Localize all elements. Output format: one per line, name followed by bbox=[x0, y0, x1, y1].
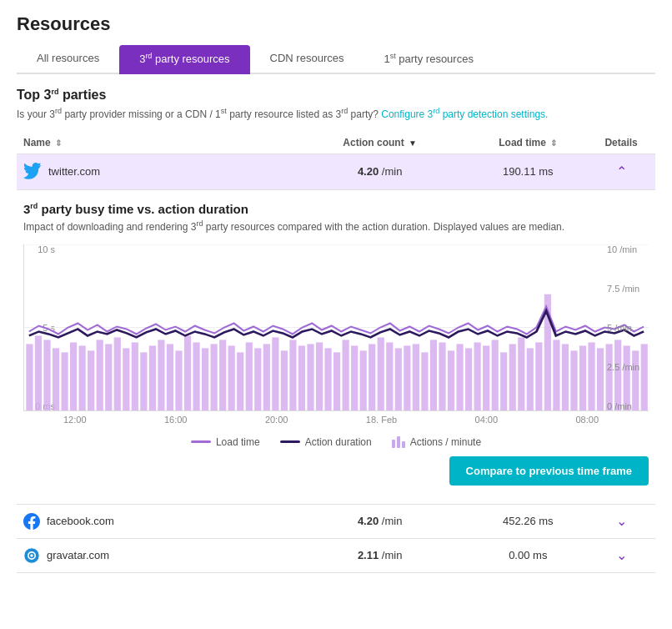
svg-rect-65 bbox=[570, 350, 577, 410]
svg-rect-10 bbox=[88, 350, 94, 410]
table-row: facebook.com 4.20 /min 452.26 ms ⌄ bbox=[17, 505, 655, 539]
svg-rect-28 bbox=[246, 342, 253, 410]
chart-title: 3rd party busy time vs. action duration bbox=[23, 202, 649, 216]
svg-rect-43 bbox=[378, 337, 384, 410]
chart-legend: Load time Action duration Actions / minu… bbox=[23, 436, 649, 448]
svg-rect-27 bbox=[237, 352, 243, 410]
chart-section: 3rd party busy time vs. action duration … bbox=[17, 190, 655, 505]
chart-x-labels: 12:00 16:00 20:00 18. Feb 04:00 08:00 bbox=[63, 415, 599, 425]
tab-1st-party-resources[interactable]: 1st party resources bbox=[364, 45, 493, 74]
compare-button[interactable]: Compare to previous time frame bbox=[449, 456, 649, 486]
chart-y-right: 10 /min 7.5 /min 5 /min 2.5 /min 0 /min bbox=[602, 244, 649, 411]
col-header-details: Details bbox=[594, 137, 649, 148]
legend-bar-group bbox=[392, 436, 405, 448]
svg-rect-30 bbox=[263, 344, 270, 410]
row-name-twitter: twitter.com bbox=[23, 163, 298, 181]
svg-rect-49 bbox=[430, 340, 437, 410]
tab-3rd-party-resources[interactable]: 3rd party resources bbox=[119, 45, 249, 74]
svg-rect-15 bbox=[132, 342, 138, 410]
row-details-twitter[interactable]: ⌃ bbox=[594, 164, 649, 179]
svg-rect-44 bbox=[386, 342, 393, 410]
name-sort-icon[interactable]: ⇕ bbox=[55, 138, 62, 148]
top-parties-section: Top 3rd parties Is your 3rd party provid… bbox=[17, 88, 655, 119]
svg-rect-63 bbox=[553, 340, 559, 410]
page-title: Resources bbox=[17, 13, 655, 35]
row-loadtime-facebook: 452.26 ms bbox=[462, 515, 594, 527]
chevron-down-icon[interactable]: ⌄ bbox=[616, 548, 627, 562]
compare-btn-row: Compare to previous time frame bbox=[23, 456, 649, 486]
tab-cdn-resources[interactable]: CDN resources bbox=[250, 45, 364, 74]
twitter-icon bbox=[23, 163, 42, 181]
svg-rect-20 bbox=[175, 350, 182, 410]
gravatar-icon bbox=[23, 547, 40, 564]
svg-rect-42 bbox=[369, 344, 375, 410]
chart-svg bbox=[24, 244, 649, 410]
svg-rect-25 bbox=[219, 340, 226, 410]
svg-rect-5 bbox=[43, 340, 50, 410]
legend-bar-3 bbox=[402, 441, 405, 448]
chart-wrapper: 10 s 5 s 0 ms bbox=[23, 244, 649, 428]
svg-rect-24 bbox=[211, 344, 218, 410]
gravatar-count: 2.11 bbox=[358, 549, 379, 561]
col-header-name: Name ⇕ bbox=[23, 137, 298, 148]
svg-rect-33 bbox=[289, 340, 296, 410]
row-name-gravatar: gravatar.com bbox=[23, 547, 298, 564]
row-action-facebook: 4.20 /min bbox=[298, 515, 462, 527]
tab-all-resources[interactable]: All resources bbox=[17, 45, 119, 74]
svg-rect-36 bbox=[316, 342, 323, 410]
row-loadtime-gravatar: 0.00 ms bbox=[462, 549, 594, 561]
twitter-name: twitter.com bbox=[48, 165, 100, 178]
top-parties-subtitle: Is your 3rd party provider missing or a … bbox=[17, 107, 655, 120]
svg-rect-22 bbox=[193, 342, 199, 410]
row-loadtime-twitter: 190.11 ms bbox=[462, 165, 594, 178]
svg-rect-54 bbox=[474, 342, 481, 410]
legend-action-duration: Action duration bbox=[280, 436, 372, 448]
row-details-facebook[interactable]: ⌄ bbox=[594, 513, 649, 529]
svg-rect-23 bbox=[202, 348, 208, 410]
svg-rect-18 bbox=[158, 340, 164, 410]
col-header-action[interactable]: Action count ▼ bbox=[298, 137, 462, 148]
svg-rect-8 bbox=[70, 342, 77, 410]
svg-rect-48 bbox=[421, 352, 428, 410]
svg-rect-31 bbox=[272, 337, 278, 410]
svg-rect-29 bbox=[254, 348, 261, 410]
svg-rect-4 bbox=[35, 335, 42, 410]
svg-rect-17 bbox=[149, 345, 156, 410]
svg-rect-21 bbox=[184, 335, 191, 410]
svg-rect-41 bbox=[360, 350, 367, 410]
chevron-up-icon[interactable]: ⌃ bbox=[616, 164, 627, 179]
chevron-down-icon[interactable]: ⌄ bbox=[616, 514, 627, 528]
legend-action-duration-label: Action duration bbox=[305, 436, 372, 448]
svg-rect-19 bbox=[167, 344, 173, 410]
row-details-gravatar[interactable]: ⌄ bbox=[594, 547, 649, 563]
legend-action-duration-line bbox=[280, 440, 300, 443]
svg-point-75 bbox=[30, 554, 33, 556]
svg-rect-7 bbox=[61, 352, 68, 410]
facebook-count: 4.20 bbox=[358, 515, 379, 527]
svg-rect-3 bbox=[26, 344, 33, 410]
col-header-loadtime: Load time ⇕ bbox=[462, 137, 594, 148]
svg-rect-9 bbox=[79, 345, 86, 410]
legend-actions-per-min: Actions / minute bbox=[392, 436, 481, 448]
svg-rect-60 bbox=[527, 348, 534, 410]
legend-load-time: Load time bbox=[191, 436, 260, 448]
svg-rect-26 bbox=[228, 345, 235, 410]
svg-rect-35 bbox=[307, 344, 313, 410]
svg-rect-34 bbox=[298, 345, 305, 410]
legend-load-time-label: Load time bbox=[216, 436, 260, 448]
svg-rect-39 bbox=[343, 340, 349, 410]
svg-rect-45 bbox=[395, 348, 402, 410]
action-sort-icon[interactable]: ▼ bbox=[409, 138, 417, 148]
configure-detection-link[interactable]: Configure 3rd party detection settings. bbox=[381, 108, 548, 120]
facebook-icon bbox=[23, 513, 40, 530]
tabs-bar: All resources 3rd party resources CDN re… bbox=[17, 45, 655, 74]
row-action-gravatar: 2.11 /min bbox=[298, 549, 462, 561]
svg-rect-37 bbox=[324, 348, 331, 410]
chart-subtitle: Impact of downloading and rendering 3rd … bbox=[23, 219, 649, 233]
svg-rect-16 bbox=[140, 352, 147, 410]
legend-load-time-line bbox=[191, 440, 211, 443]
top-parties-title: Top 3rd parties bbox=[17, 88, 655, 103]
svg-rect-50 bbox=[439, 342, 445, 410]
row-name-facebook: facebook.com bbox=[23, 513, 298, 530]
loadtime-sort-icon[interactable]: ⇕ bbox=[550, 138, 557, 148]
